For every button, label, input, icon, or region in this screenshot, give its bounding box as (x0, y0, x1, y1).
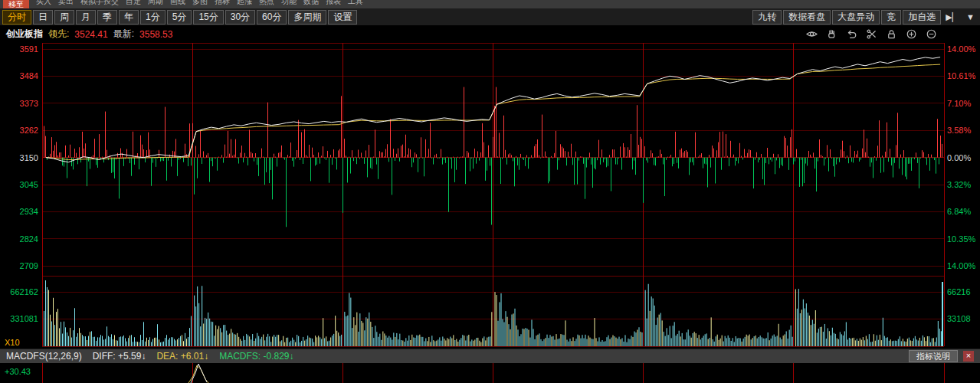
period-tab-8[interactable]: 15分 (193, 10, 223, 25)
period-tab-12[interactable]: 设置 (328, 10, 357, 25)
chart-header: 创业板指 领先: 3524.41 最新: 3558.53 (0, 25, 980, 43)
indicator-bar-right: 指标说明 × (909, 350, 974, 362)
period-tabs: 分时日周月季年1分5分15分30分60分多周期设置 (2, 10, 357, 25)
toolbar-top-item-12[interactable]: 数据 (303, 0, 319, 7)
period-tab-0[interactable]: 分时 (2, 10, 31, 25)
last-label: 最新: (113, 28, 134, 41)
indicator-name[interactable]: MACDFS(12,26,9) (6, 351, 82, 362)
toolbar-top-item-5[interactable]: 周期 (148, 0, 163, 7)
period-tab-2[interactable]: 周 (54, 10, 74, 25)
period-tab-1[interactable]: 日 (33, 10, 53, 25)
toolbar-button-0[interactable]: 九转 (752, 10, 782, 25)
lead-label: 领先: (48, 28, 69, 41)
toolbar-top-item-10[interactable]: 热点 (259, 0, 274, 7)
hand-icon[interactable] (826, 28, 837, 40)
toolbar-top-item-11[interactable]: 功能 (281, 0, 297, 7)
toolbar-top-item-13[interactable]: 报表 (326, 0, 341, 7)
indicator-close-button[interactable]: × (963, 351, 974, 362)
chart-tool-icons (806, 28, 937, 40)
toolbar-button-1[interactable]: 数据看盘 (783, 10, 831, 25)
period-tab-3[interactable]: 月 (76, 10, 96, 25)
symbol-name: 创业板指 (6, 28, 43, 41)
period-toolbar: 分时日周月季年1分5分15分30分60分多周期设置 九转数据看盘大盘异动竞加自选… (0, 8, 980, 25)
toolbar-top-item-7[interactable]: 多图 (192, 0, 208, 7)
last-value: 3558.53 (139, 29, 172, 40)
period-tab-9[interactable]: 30分 (225, 10, 255, 25)
toolbar-button-2[interactable]: 大盘异动 (832, 10, 880, 25)
lock-icon[interactable] (886, 28, 897, 40)
toolbar-top-item-14[interactable]: 工具 (348, 0, 363, 7)
toolbar-button-4[interactable]: 加自选 (903, 10, 941, 25)
toolbar-top-item-0[interactable]: 移至 (3, 0, 29, 8)
toolbar-top-item-8[interactable]: 指标 (215, 0, 230, 7)
toolbar-top-item-6[interactable]: 画线 (170, 0, 185, 7)
macd-macd-value: MACDFS: -0.829↓ (219, 351, 293, 362)
toolbar-top-item-4[interactable]: 自定 (126, 0, 141, 7)
macd-diff-value: DIFF: +5.59↓ (93, 351, 146, 362)
toolbar-right-controls: 九转数据看盘大盘异动竞加自选▶▏▼ (752, 10, 978, 25)
toolbar-top-item-1[interactable]: 买入 (36, 0, 51, 7)
period-tab-4[interactable]: 季 (97, 10, 117, 25)
toolbar-top-item-2[interactable]: 卖出 (58, 0, 74, 7)
dropdown-icon[interactable]: ▼ (963, 12, 978, 21)
period-tab-10[interactable]: 60分 (257, 10, 287, 25)
period-tab-7[interactable]: 5分 (167, 10, 192, 25)
eye-icon[interactable] (806, 28, 818, 40)
undo-icon[interactable] (846, 28, 857, 40)
scissors-icon[interactable] (866, 28, 877, 40)
toolbar-top-item-9[interactable]: 起涨 (237, 0, 252, 7)
toolbar-top: 移至买入卖出模拟手投交自定周期画线多图指标起涨热点功能数据报表工具 (0, 0, 980, 8)
zoom-out-icon[interactable] (926, 28, 937, 40)
chart-canvas[interactable] (0, 0, 980, 383)
toolbar-top-item-3[interactable]: 模拟手投交 (80, 0, 119, 7)
lead-value: 3524.41 (74, 29, 107, 40)
next-icon[interactable]: ▶▏ (942, 12, 962, 22)
indicator-help-button[interactable]: 指标说明 (909, 350, 958, 362)
period-tab-6[interactable]: 1分 (140, 10, 166, 25)
zoom-in-icon[interactable] (906, 28, 917, 40)
period-tab-11[interactable]: 多周期 (288, 10, 326, 25)
toolbar-button-3[interactable]: 竞 (881, 10, 901, 25)
indicator-bar: MACDFS(12,26,9) DIFF: +5.59↓ DEA: +6.01↓… (0, 349, 980, 363)
macd-dea-value: DEA: +6.01↓ (156, 351, 208, 362)
period-tab-5[interactable]: 年 (119, 10, 139, 25)
